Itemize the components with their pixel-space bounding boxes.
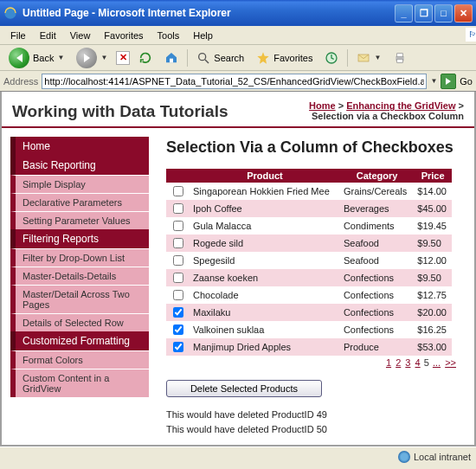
minimize-button[interactable]: _ [395, 4, 413, 22]
menu-file[interactable]: File [3, 29, 33, 42]
row-checkbox[interactable] [173, 255, 183, 266]
refresh-button[interactable] [135, 49, 156, 67]
pager-more[interactable]: ... [433, 357, 441, 368]
throbber-icon: 🏳 [459, 26, 473, 45]
sidebar-item[interactable]: Format Colors [10, 350, 149, 369]
sidebar-item[interactable]: Details of Selected Row [10, 313, 149, 331]
stop-button[interactable]: ✕ [116, 51, 130, 65]
pager-current: 5 [424, 357, 429, 368]
zone-icon [398, 451, 410, 463]
chevron-down-icon: ▼ [57, 54, 64, 61]
breadcrumb-home[interactable]: Home [309, 100, 336, 111]
chevron-down-icon: ▼ [374, 54, 381, 61]
sidebar-item[interactable]: Filter by Drop-Down List [10, 248, 149, 267]
row-checkbox[interactable] [173, 324, 183, 335]
go-button[interactable] [441, 74, 456, 89]
back-button[interactable]: Back ▼ [5, 46, 68, 70]
history-button[interactable] [321, 49, 342, 67]
mail-button[interactable]: ▼ [353, 49, 384, 67]
cell-category: Beverages [340, 200, 414, 217]
cell-price: $9.50 [414, 269, 452, 286]
cell-category: Condiments [340, 217, 414, 234]
row-checkbox[interactable] [173, 290, 183, 300]
close-button[interactable]: ✕ [454, 4, 473, 22]
pager-link[interactable]: 2 [396, 357, 401, 368]
pager-link[interactable]: 3 [405, 357, 410, 368]
row-checkbox[interactable] [173, 221, 183, 231]
cell-price: $16.25 [414, 321, 452, 338]
row-checkbox[interactable] [173, 342, 183, 352]
cell-category: Confections [340, 304, 414, 321]
svg-rect-3 [170, 58, 173, 62]
pager-link[interactable]: 1 [386, 357, 391, 368]
maximize-button[interactable]: □ [434, 4, 453, 22]
search-button[interactable]: Search [193, 49, 248, 67]
menu-favorites[interactable]: Favorites [97, 29, 150, 42]
mail-icon [357, 51, 370, 65]
ie-logo-icon [3, 6, 18, 21]
table-row: MaxilakuConfections$20.00 [166, 304, 452, 321]
sidebar-item[interactable]: Master-Details-Details [10, 267, 149, 285]
pager-link[interactable]: 4 [415, 357, 421, 368]
sidebar-item[interactable]: Basic Reporting [10, 156, 149, 175]
home-button[interactable] [161, 49, 182, 67]
table-row: ChocoladeConfections$12.75 [166, 286, 452, 304]
menu-tools[interactable]: Tools [151, 29, 187, 42]
output-line: This would have deleted ProductID 51 [166, 436, 460, 440]
address-label: Address [3, 76, 38, 87]
cell-product: Gula Malacca [190, 217, 340, 234]
address-input[interactable] [42, 74, 427, 89]
menu-help[interactable]: Help [186, 29, 220, 42]
breadcrumb: Home > Enhancing the GridView > Selectio… [309, 100, 464, 121]
star-icon [256, 51, 270, 65]
go-label: Go [460, 76, 473, 87]
sidebar-item[interactable]: Filtering Reports [10, 229, 149, 248]
forward-button[interactable]: ▼ [73, 46, 111, 70]
delete-selected-button[interactable]: Delete Selected Products [166, 380, 322, 397]
address-bar: Address ▼ Go [0, 71, 476, 92]
sidebar-item[interactable]: Setting Parameter Values [10, 211, 149, 229]
row-checkbox[interactable] [173, 186, 183, 196]
sidebar-item[interactable]: Simple Display [10, 175, 149, 193]
address-dropdown-icon[interactable]: ▼ [430, 77, 437, 85]
table-row: Zaanse koekenConfections$9.50 [166, 269, 452, 286]
page-heading: Selection Via a Column of Checkboxes [166, 138, 460, 157]
row-checkbox[interactable] [173, 273, 183, 283]
cell-price: $19.45 [414, 217, 452, 234]
pager-next[interactable]: >> [445, 357, 456, 368]
cell-category: Confections [340, 269, 414, 286]
output-log: This would have deleted ProductID 49This… [166, 408, 460, 440]
col-category: Category [340, 169, 414, 183]
table-row: Gula MalaccaCondiments$19.45 [166, 217, 452, 234]
cell-price: $53.00 [414, 338, 452, 356]
refresh-icon [138, 51, 152, 65]
sidebar-item[interactable]: Custom Content in a GridView [10, 369, 149, 397]
row-checkbox[interactable] [173, 238, 183, 248]
restore-button[interactable]: ❐ [415, 4, 433, 22]
sidebar-item[interactable]: Master/Detail Across Two Pages [10, 285, 149, 313]
search-icon [196, 51, 210, 65]
print-button[interactable] [389, 49, 410, 67]
site-title: Working with Data Tutorials [12, 102, 309, 121]
home-icon [164, 51, 178, 65]
svg-line-5 [205, 60, 209, 63]
sidebar-item[interactable]: Customized Formatting [10, 331, 149, 350]
cell-category: Grains/Cereals [340, 183, 414, 200]
row-checkbox[interactable] [173, 203, 183, 214]
row-checkbox[interactable] [173, 307, 183, 318]
cell-product: Singaporean Hokkien Fried Mee [190, 183, 340, 200]
breadcrumb-section[interactable]: Enhancing the GridView [346, 100, 455, 111]
cell-product: Maxilaku [190, 304, 340, 321]
grid-pager: 1 2 3 4 5 ... >> [166, 356, 460, 369]
cell-product: Chocolade [190, 286, 340, 304]
menu-view[interactable]: View [63, 29, 98, 42]
sidebar-item[interactable]: Declarative Parameters [10, 193, 149, 211]
history-icon [325, 51, 338, 65]
favorites-button[interactable]: Favorites [253, 49, 316, 67]
cell-category: Seafood [340, 234, 414, 252]
cell-product: Ipoh Coffee [190, 200, 340, 217]
cell-category: Confections [340, 321, 414, 338]
menu-edit[interactable]: Edit [33, 29, 63, 42]
back-label: Back [33, 53, 54, 63]
sidebar-item[interactable]: Home [10, 137, 149, 156]
